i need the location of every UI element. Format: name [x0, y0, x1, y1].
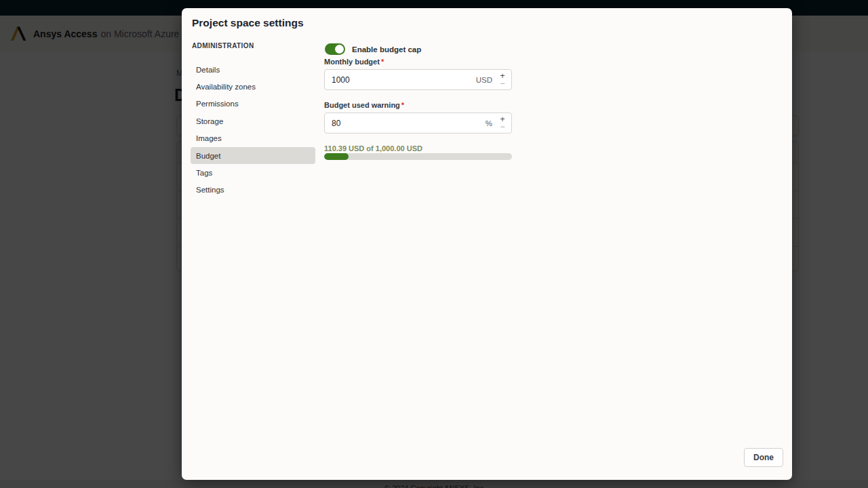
budget-usage-fill [324, 153, 349, 160]
budget-panel: Enable budget cap Monthly budget* USD + … [324, 8, 512, 480]
dialog-title: Project space settings [192, 17, 304, 29]
budget-warning-field: % + − [324, 113, 512, 134]
decrement-button[interactable]: − [498, 79, 507, 87]
nav-item-settings[interactable]: Settings [191, 182, 315, 199]
toggle-label: Enable budget cap [352, 45, 421, 54]
currency-unit: USD [476, 76, 492, 84]
enable-budget-cap-toggle[interactable] [325, 43, 345, 55]
nav-item-storage[interactable]: Storage [191, 113, 315, 129]
nav-item-images[interactable]: Images [191, 130, 315, 147]
required-asterisk: * [401, 101, 404, 109]
settings-nav: Details Availability zones Permissions S… [191, 61, 315, 199]
project-space-settings-dialog: Project space settings ADMINISTRATION De… [182, 8, 792, 480]
decrement-button[interactable]: − [498, 123, 507, 131]
monthly-budget-input[interactable] [325, 70, 460, 89]
monthly-budget-label: Monthly budget* [324, 58, 384, 66]
app-window: iWelcome to Ansys Access on Microsoft Az… [0, 0, 868, 488]
nav-section-label: ADMINISTRATION [192, 42, 254, 49]
monthly-budget-field: USD + − [324, 69, 512, 90]
budget-usage-text: 110.39 USD of 1,000.00 USD [324, 144, 422, 152]
nav-item-details[interactable]: Details [191, 61, 315, 78]
done-button[interactable]: Done [744, 448, 783, 467]
budget-warning-input[interactable] [325, 113, 460, 133]
nav-item-budget[interactable]: Budget [191, 147, 315, 164]
nav-item-tags[interactable]: Tags [191, 164, 315, 181]
budget-warning-label: Budget used warning* [324, 101, 404, 109]
budget-usage-progressbar [324, 153, 512, 160]
nav-item-availability-zones[interactable]: Availability zones [191, 78, 315, 95]
toggle-knob [335, 45, 344, 54]
percent-unit: % [486, 119, 492, 127]
required-asterisk: * [381, 58, 384, 66]
nav-item-permissions[interactable]: Permissions [191, 96, 315, 113]
